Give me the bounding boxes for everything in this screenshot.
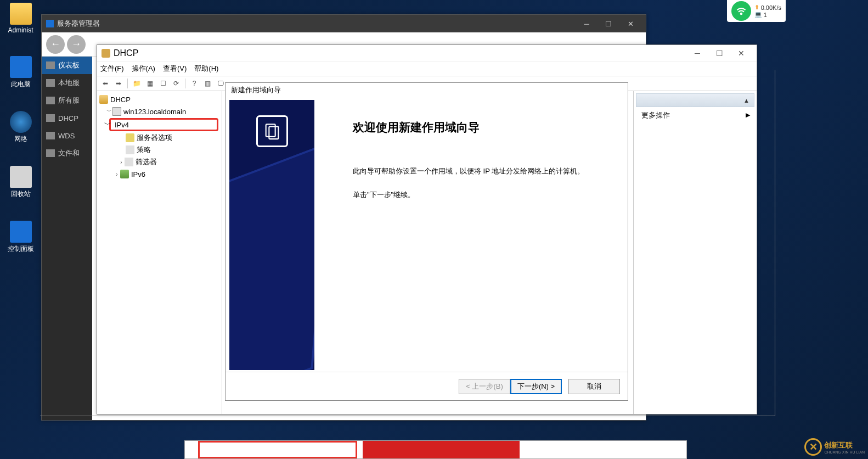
red-outline-box [198,441,357,458]
sidebar-item-dashboard[interactable]: 仪表板 [42,57,92,74]
collapse-icon[interactable]: ﹀ [106,108,112,115]
desktop-icon-network[interactable]: 网络 [5,111,36,144]
cancel-button[interactable]: 取消 [568,379,620,394]
wizard-banner [229,100,314,370]
wizard-title: 新建作用域向导 [226,83,628,97]
trash-icon [10,166,32,188]
bottom-annotation-strip [184,440,687,459]
window-title: DHCP [114,48,138,58]
tree-ipv6[interactable]: ›IPv6 [98,168,221,180]
menu-view[interactable]: 查看(V) [163,64,187,74]
toolbar-properties-icon[interactable]: ▦ [144,77,156,89]
window-title: 服务器管理器 [57,19,100,29]
tree-label: 筛选器 [136,157,157,167]
servers-icon [46,97,55,104]
action-more[interactable]: 更多操作▶ [636,107,754,124]
desktop-icon-trash[interactable]: 回收站 [5,166,36,199]
toolbar-up-icon[interactable]: 📁 [131,77,143,89]
wizard-logo-icon [256,115,288,147]
wds-icon [46,132,55,139]
sidebar-item-files[interactable]: 文件和 [42,144,92,162]
toolbar-help-icon[interactable]: ? [188,77,200,89]
desktop-icon-folder[interactable]: Administ [5,3,36,34]
desktop-icon-label: Administ [8,26,33,34]
dhcp-icon [46,114,55,122]
actions-header[interactable]: h▲ [636,93,754,107]
wifi-icon [731,1,751,21]
collapse-up-icon: ▲ [743,97,749,104]
tree-root-dhcp[interactable]: DHCP [98,93,221,105]
sidebar-item-label: 仪表板 [58,60,80,70]
sidebar-item-dhcp[interactable]: DHCP [42,109,92,127]
new-scope-wizard: 新建作用域向导 欢迎使用新建作用域向导 此向导可帮助你设置一个作用域，以便将 I… [225,82,628,401]
desktop-icon-control[interactable]: 控制面板 [5,221,36,254]
sidebar-item-label: DHCP [58,114,78,122]
maximize-button[interactable]: ☐ [708,46,730,60]
tree-label: win123.localdomain [123,108,186,116]
dhcp-root-icon [99,95,108,104]
expand-icon[interactable]: › [118,159,125,165]
desktop-icon-label: 此电脑 [11,80,31,89]
sidebar-item-all[interactable]: 所有服 [42,92,92,109]
dhcp-tree[interactable]: DHCP ﹀win123.localdomain ﹀IPv4 服务器选项 策略 … [97,91,222,414]
network-icon [10,111,32,133]
logo-ring-icon: ✕ [804,438,822,456]
sidebar-item-label: 所有服 [58,96,80,105]
sidebar-item-label: 本地服 [58,78,80,88]
server-manager-icon [46,20,54,27]
policy-icon [126,145,134,154]
brand-subtext: CHUANG XIN HU LIAN [824,450,865,454]
dashboard-icon [46,61,55,69]
toolbar-view-icon[interactable]: ▥ [201,77,213,89]
wizard-instruction: 单击"下一步"继续。 [353,189,608,201]
brand-text: 创新互联 [824,441,853,449]
sidebar-item-wds[interactable]: WDS [42,127,92,144]
dhcp-app-icon [102,49,110,58]
menu-file[interactable]: 文件(F) [100,64,124,74]
tree-server[interactable]: ﹀win123.localdomain [98,105,221,117]
maximize-button[interactable]: ☐ [598,16,619,31]
minimize-button[interactable]: ─ [576,16,598,31]
server-manager-titlebar[interactable]: 服务器管理器 ─ ☐ ✕ [42,15,646,32]
minimize-button[interactable]: ─ [686,46,708,60]
toolbar-refresh-icon[interactable]: ⟳ [170,77,182,89]
toolbar-forward-icon[interactable]: ➡ [112,77,125,89]
back-button[interactable]: < 上一步(B) [459,379,510,394]
network-widget[interactable]: ⬆0.00K/s 💻1 [727,0,786,22]
close-button[interactable]: ✕ [730,46,752,60]
desktop-icons: Administ 此电脑 网络 回收站 控制面板 [5,3,36,254]
tree-server-options[interactable]: 服务器选项 [98,132,221,144]
desktop-icon-label: 网络 [14,135,27,144]
ipv6-icon [120,170,129,178]
expand-icon[interactable]: › [114,171,120,177]
wizard-footer: < 上一步(B) 下一步(N) > 取消 [226,372,628,400]
menu-action[interactable]: 操作(A) [132,64,155,74]
tree-label: 服务器选项 [137,133,172,143]
sidebar-item-local[interactable]: 本地服 [42,74,92,92]
tree-label: IPv4 [115,121,129,129]
submenu-icon: ▶ [746,111,750,119]
menu-help[interactable]: 帮助(H) [194,64,218,74]
tree-filters[interactable]: ›筛选器 [98,156,221,168]
close-button[interactable]: ✕ [619,16,641,31]
collapse-icon[interactable]: ﹀ [104,120,111,130]
options-icon [126,133,134,142]
red-fill-box [363,441,520,458]
toolbar-export-icon[interactable]: ☐ [157,77,169,89]
next-button[interactable]: 下一步(N) > [510,379,562,394]
back-button[interactable]: ← [46,35,65,54]
net-stats: ⬆0.00K/s 💻1 [754,4,781,18]
sidebar-item-label: 文件和 [58,148,80,158]
forward-button[interactable]: → [67,35,86,54]
desktop-icon-pc[interactable]: 此电脑 [5,56,36,89]
server-manager-sidebar: 仪表板 本地服 所有服 DHCP WDS 文件和 [42,57,92,420]
wizard-heading: 欢迎使用新建作用域向导 [353,120,608,135]
tree-label: DHCP [110,96,131,104]
pc-icon [10,56,32,78]
desktop-icon-label: 回收站 [11,189,31,199]
toolbar-back-icon[interactable]: ⬅ [99,77,111,89]
tree-policies[interactable]: 策略 [98,144,221,156]
filter-icon [125,158,133,166]
dhcp-titlebar[interactable]: DHCP ─ ☐ ✕ [97,45,757,61]
tree-ipv4-highlighted[interactable]: ﹀IPv4 [109,118,218,131]
